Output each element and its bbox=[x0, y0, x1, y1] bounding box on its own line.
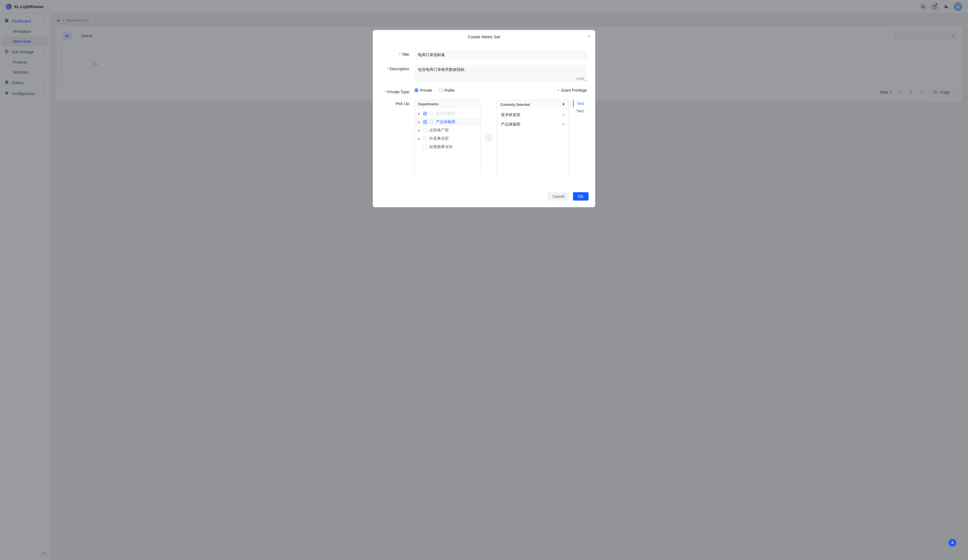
radio-private[interactable]: Private bbox=[414, 88, 432, 93]
ok-button[interactable]: OK bbox=[573, 192, 588, 201]
selected-item: 产品体验部✕ bbox=[497, 120, 569, 129]
dept-icon: ⌕ bbox=[429, 120, 434, 124]
create-metricset-modal: Create Metric Set *Title: *Description: … bbox=[373, 30, 595, 207]
side-tab-tab2[interactable]: Tab2 bbox=[573, 107, 587, 115]
remove-selected-button[interactable]: ✕ bbox=[562, 113, 565, 117]
radio-public[interactable]: Public bbox=[439, 88, 455, 93]
checkbox[interactable] bbox=[423, 112, 427, 116]
modal-title: Create Metric Set bbox=[468, 35, 501, 39]
dept-icon: ⌕ bbox=[429, 111, 434, 116]
departments-panel: Departments ▶⌕技术研发部▶⌕产品体验部▶运营推广部▶外卖事业部短视… bbox=[414, 100, 481, 176]
checkbox[interactable] bbox=[423, 128, 427, 132]
checkbox[interactable] bbox=[423, 120, 427, 124]
modal-overlay: Create Metric Set *Title: *Description: … bbox=[0, 0, 968, 560]
dept-item[interactable]: ▶运营推广部 bbox=[415, 126, 481, 134]
description-input[interactable] bbox=[414, 65, 587, 82]
caret-right-icon: ▶ bbox=[418, 112, 421, 115]
selected-panel: Currently Selected 技术研发部✕产品体验部✕ bbox=[497, 100, 569, 176]
clear-selected-button[interactable] bbox=[562, 102, 565, 107]
modal-close-button[interactable] bbox=[587, 35, 591, 39]
checkbox[interactable] bbox=[423, 145, 427, 149]
side-tab-tab1[interactable]: Tab1 bbox=[573, 100, 587, 107]
checkbox[interactable] bbox=[423, 137, 427, 140]
caret-right-icon: ▶ bbox=[418, 129, 421, 132]
transfer-right-button[interactable] bbox=[484, 134, 493, 142]
chevron-right-icon bbox=[487, 136, 491, 140]
close-icon bbox=[587, 35, 591, 38]
remove-selected-button[interactable]: ✕ bbox=[562, 122, 565, 126]
fab-button[interactable]: A bbox=[948, 539, 956, 547]
dept-item[interactable]: ▶⌕技术研发部 bbox=[415, 109, 481, 118]
cancel-button[interactable]: Cancel bbox=[547, 192, 570, 201]
caret-right-icon: ▶ bbox=[418, 121, 421, 124]
trash-icon bbox=[562, 102, 565, 106]
caret-down-icon bbox=[557, 89, 560, 92]
title-input[interactable] bbox=[414, 51, 587, 59]
dept-item[interactable]: 短视频事业部 bbox=[415, 143, 481, 151]
dept-item[interactable]: ▶⌕产品体验部 bbox=[415, 118, 481, 126]
caret-right-icon: ▶ bbox=[418, 137, 421, 140]
selected-item: 技术研发部✕ bbox=[497, 110, 569, 120]
dept-item[interactable]: ▶外卖事业部 bbox=[415, 134, 481, 143]
grant-privilege-toggle[interactable]: Grant Privilege bbox=[557, 88, 587, 93]
